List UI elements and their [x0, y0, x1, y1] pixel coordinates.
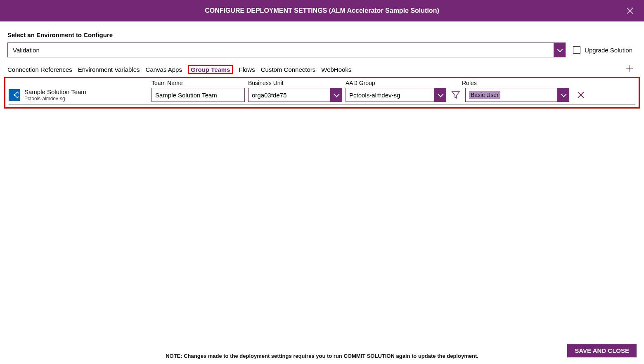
col-header-aad-group: AAD Group	[346, 80, 462, 86]
tab-webhooks[interactable]: WebHooks	[321, 66, 351, 73]
tab-canvas-apps[interactable]: Canvas Apps	[146, 66, 182, 73]
header-title: CONFIGURE DEPLOYMENT SETTINGS (ALM Accel…	[205, 7, 439, 14]
table-row: Sample Solution Team Pctools-almdev-sg S…	[9, 88, 635, 105]
content: Select an Environment to Configure Valid…	[0, 21, 644, 364]
column-headers: Team Name Business Unit AAD Group Roles	[9, 80, 635, 86]
footer-note: NOTE: Changes made to the deployment set…	[166, 353, 478, 359]
col-header-team-name: Team Name	[152, 80, 248, 86]
team-title: Sample Solution Team	[24, 88, 86, 96]
environment-select[interactable]: Validation	[7, 43, 566, 57]
header-bar: CONFIGURE DEPLOYMENT SETTINGS (ALM Accel…	[0, 0, 644, 21]
save-and-close-button[interactable]: SAVE AND CLOSE	[567, 344, 637, 357]
delete-row-button[interactable]	[576, 90, 586, 100]
roles-chip: Basic User	[469, 91, 500, 99]
team-icon	[9, 89, 20, 101]
plus-icon	[626, 65, 633, 72]
close-icon	[626, 7, 634, 14]
env-row: Validation Upgrade Solution	[7, 43, 637, 57]
roles-select[interactable]: Basic User	[465, 88, 569, 102]
team-name-value: Sample Solution Team	[152, 88, 244, 102]
env-label: Select an Environment to Configure	[7, 31, 637, 38]
business-unit-value: orga03fde75	[249, 88, 330, 102]
svg-point-5	[14, 94, 15, 96]
col-header-business-unit: Business Unit	[248, 80, 346, 86]
tab-environment-variables[interactable]: Environment Variables	[78, 66, 140, 73]
checkbox-icon	[573, 46, 580, 54]
group-teams-grid: Team Name Business Unit AAD Group Roles …	[4, 77, 640, 109]
team-subtitle: Pctools-almdev-sg	[24, 96, 86, 102]
aad-group-value: Pctools-almdev-sg	[346, 88, 434, 102]
footer: NOTE: Changes made to the deployment set…	[0, 353, 644, 359]
chevron-down-icon	[554, 43, 565, 57]
environment-select-value: Validation	[8, 43, 554, 57]
tab-custom-connectors[interactable]: Custom Connectors	[261, 66, 316, 73]
upgrade-solution-checkbox[interactable]: Upgrade Solution	[573, 46, 632, 54]
tab-group-teams[interactable]: Group Teams	[188, 65, 233, 74]
tabs: Connection References Environment Variab…	[7, 65, 637, 74]
svg-marker-6	[452, 92, 459, 98]
tab-connection-references[interactable]: Connection References	[7, 66, 72, 73]
chevron-down-icon	[434, 88, 446, 102]
tab-flows[interactable]: Flows	[239, 66, 255, 73]
business-unit-select[interactable]: orga03fde75	[248, 88, 342, 102]
col-header-roles: Roles	[462, 80, 578, 86]
team-name-input[interactable]: Sample Solution Team	[152, 88, 245, 102]
filter-button[interactable]	[450, 88, 462, 102]
upgrade-solution-label: Upgrade Solution	[585, 47, 632, 54]
close-button[interactable]	[624, 5, 636, 17]
aad-group-select[interactable]: Pctools-almdev-sg	[346, 88, 446, 102]
add-row-button[interactable]	[626, 65, 637, 74]
filter-icon	[451, 90, 460, 99]
chevron-down-icon	[557, 88, 569, 102]
chevron-down-icon	[330, 88, 342, 102]
close-icon	[577, 91, 585, 99]
team-info: Sample Solution Team Pctools-almdev-sg	[9, 88, 152, 102]
